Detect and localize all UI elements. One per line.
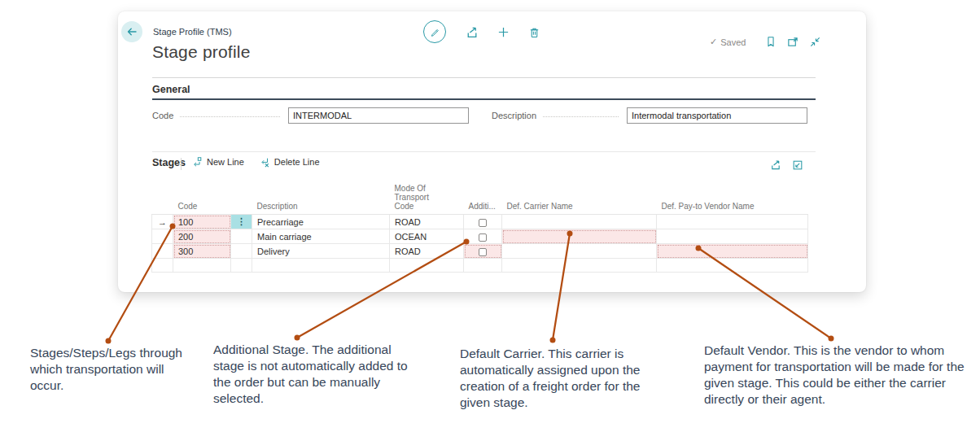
open-in-excel-icon: [792, 159, 803, 171]
cell-additional-highlighted[interactable]: [464, 244, 502, 259]
cell-code[interactable]: 300: [173, 244, 231, 259]
additional-checkbox[interactable]: [479, 219, 487, 227]
cell-def-vendor[interactable]: [657, 259, 808, 273]
code-field-group: Code: [152, 107, 469, 124]
bookmark-icon: [765, 36, 777, 48]
open-window-icon: [786, 36, 799, 48]
cell-code[interactable]: [173, 259, 231, 273]
cell-description[interactable]: [252, 259, 390, 273]
cell-def-carrier[interactable]: [502, 244, 657, 259]
saved-label: Saved: [720, 37, 746, 47]
table-row: 300 Delivery ROAD: [152, 244, 808, 259]
screen: Stage Profile (TMS) Stage profile: [0, 0, 980, 432]
general-divider: [152, 98, 816, 100]
stage-profile-card: Stage Profile (TMS) Stage profile: [118, 11, 866, 292]
cell-mode[interactable]: ROAD: [390, 244, 464, 259]
col-code[interactable]: Code: [173, 184, 231, 215]
description-input[interactable]: [627, 107, 807, 124]
code-label: Code: [152, 111, 173, 120]
page-title: Stage profile: [152, 42, 251, 62]
cell-additional[interactable]: [464, 229, 502, 244]
additional-checkbox[interactable]: [479, 233, 487, 242]
cell-description[interactable]: Precarriage: [252, 215, 390, 229]
cell-mode[interactable]: OCEAN: [390, 229, 464, 244]
col-menu: [231, 184, 252, 215]
delete-button[interactable]: [528, 26, 540, 38]
save-status: ✓ Saved: [710, 37, 746, 47]
cell-def-carrier[interactable]: [502, 259, 657, 273]
breadcrumb[interactable]: Stage Profile (TMS): [153, 27, 232, 37]
col-def-vendor[interactable]: Def. Pay-to Vendor Name: [657, 184, 808, 215]
share-icon: [769, 159, 781, 171]
share-button[interactable]: [465, 25, 479, 39]
annotation-additional-stage: Additional Stage. The additional stage i…: [213, 342, 410, 407]
back-arrow-icon: [125, 25, 138, 38]
empty-row: [152, 259, 808, 273]
collapse-button[interactable]: [809, 36, 821, 48]
col-mode-of-transport[interactable]: Mode Of Transport Code: [390, 184, 464, 215]
collapse-icon: [809, 36, 821, 48]
annotation-default-carrier: Default Carrier. This carrier is automat…: [460, 346, 649, 411]
trash-icon: [528, 26, 540, 38]
pencil-icon: [429, 26, 440, 37]
col-def-carrier[interactable]: Def. Carrier Name: [502, 184, 657, 215]
cell-def-carrier-highlighted[interactable]: [502, 229, 657, 244]
edit-button[interactable]: [423, 20, 446, 43]
cell-description[interactable]: Delivery: [252, 244, 390, 259]
status-bar: ✓ Saved: [710, 36, 821, 48]
col-row-marker: [152, 184, 173, 215]
cell-def-carrier[interactable]: [502, 215, 657, 229]
delete-line-button[interactable]: Delete Line: [259, 156, 320, 168]
row-menu-icon[interactable]: ⋮: [231, 215, 252, 229]
check-icon: ✓: [710, 37, 717, 47]
cell-def-vendor[interactable]: [657, 215, 808, 229]
stages-actions: New Line Delete Line: [191, 156, 320, 168]
cell-code[interactable]: 100: [173, 215, 231, 229]
new-line-label: New Line: [207, 157, 244, 167]
back-button[interactable]: [121, 21, 142, 42]
toolbar-divider: [181, 158, 182, 170]
code-input[interactable]: [288, 107, 469, 124]
share-list-button[interactable]: [769, 159, 781, 171]
open-in-excel-button[interactable]: [792, 159, 803, 171]
annotation-default-vendor: Default Vendor. This is the vendor to wh…: [704, 343, 973, 408]
stages-table: Code Description Mode Of Transport Code …: [151, 184, 808, 273]
plus-icon: [497, 26, 510, 38]
new-line-button[interactable]: New Line: [191, 156, 244, 168]
title-divider: [152, 77, 816, 78]
dotted-leader: [180, 116, 280, 117]
delete-line-label: Delete Line: [274, 157, 320, 167]
share-icon: [465, 25, 479, 39]
delete-line-icon: [259, 156, 270, 168]
dotted-leader: [543, 116, 619, 117]
col-additional[interactable]: Additi...: [464, 184, 502, 215]
cell-def-vendor-highlighted[interactable]: [657, 244, 808, 259]
additional-checkbox[interactable]: [479, 248, 487, 256]
cell-additional[interactable]: [464, 215, 502, 229]
bookmark-button[interactable]: [765, 36, 777, 48]
table-row: → 100 ⋮ Precarriage ROAD: [152, 215, 808, 229]
add-button[interactable]: [497, 26, 510, 38]
cell-def-vendor[interactable]: [657, 229, 808, 244]
description-label: Description: [492, 111, 536, 120]
new-line-icon: [191, 156, 203, 168]
general-section-title: General: [152, 84, 190, 95]
table-row: 200 Main carriage OCEAN: [152, 229, 808, 244]
active-row-marker: →: [152, 215, 173, 229]
card-toolbar: [423, 20, 540, 43]
description-field-group: Description: [492, 107, 807, 124]
cell-additional[interactable]: [464, 259, 502, 273]
cell-mode[interactable]: [390, 259, 464, 273]
header-row: Code Description Mode Of Transport Code …: [152, 184, 808, 215]
col-description[interactable]: Description: [252, 184, 390, 215]
stages-right-toolbar: [769, 159, 803, 171]
cell-description[interactable]: Main carriage: [252, 229, 390, 244]
stages-top-divider: [152, 151, 816, 152]
annotation-stages: Stages/Steps/Legs through which transpor…: [30, 345, 201, 394]
cell-code[interactable]: 200: [173, 229, 231, 244]
open-in-new-window-button[interactable]: [786, 36, 799, 48]
cell-mode[interactable]: ROAD: [390, 215, 464, 229]
